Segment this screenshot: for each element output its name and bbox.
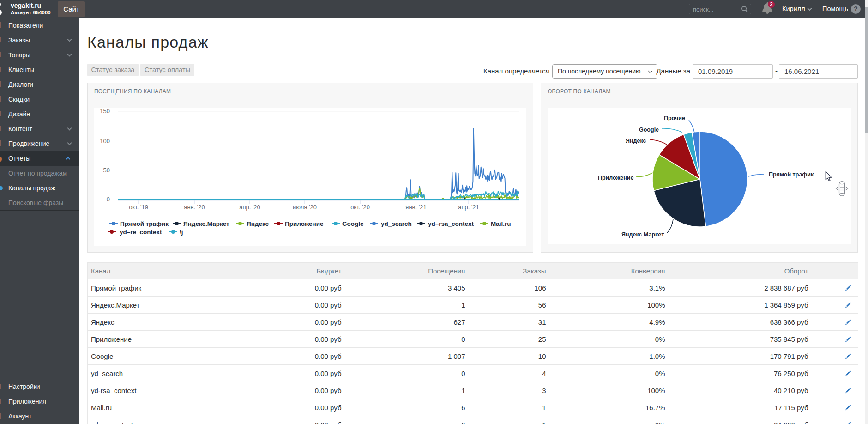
svg-text:Google: Google <box>639 127 659 133</box>
svg-text:Яндекс.Маркет: Яндекс.Маркет <box>621 231 664 238</box>
svg-text:150: 150 <box>100 108 110 115</box>
svg-text:янв. '20: янв. '20 <box>184 204 205 211</box>
svg-text:50: 50 <box>103 167 110 174</box>
svg-text:yd–re_context: yd–re_context <box>120 229 162 236</box>
svg-text:апр. '20: апр. '20 <box>239 204 260 211</box>
svg-text:yd_search: yd_search <box>381 220 412 227</box>
svg-text:0: 0 <box>107 196 110 203</box>
svg-text:окт. '20: окт. '20 <box>350 204 370 211</box>
svg-text:июля '20: июля '20 <box>293 204 317 211</box>
svg-text:Приложение: Приложение <box>285 220 324 227</box>
svg-text:Яндекс: Яндекс <box>247 220 269 227</box>
svg-text:окт. '19: окт. '19 <box>129 204 148 211</box>
svg-text:Прямой трафик: Прямой трафик <box>120 220 169 227</box>
svg-text:Google: Google <box>342 220 364 227</box>
svg-text:Прямой трафик: Прямой трафик <box>769 171 814 178</box>
svg-text:Mail.ru: Mail.ru <box>491 220 511 227</box>
svg-text:Яндекс.Маркет: Яндекс.Маркет <box>183 220 229 227</box>
svg-text:\j: \j <box>180 229 183 236</box>
svg-text:Яндекс: Яндекс <box>626 138 646 144</box>
svg-text:Прочие: Прочие <box>664 115 685 121</box>
svg-text:100: 100 <box>100 138 110 145</box>
svg-text:Приложение: Приложение <box>598 175 633 181</box>
svg-text:yd–rsa_context: yd–rsa_context <box>428 220 474 227</box>
svg-text:апр. '21: апр. '21 <box>458 204 479 211</box>
svg-text:янв. '21: янв. '21 <box>405 204 426 211</box>
